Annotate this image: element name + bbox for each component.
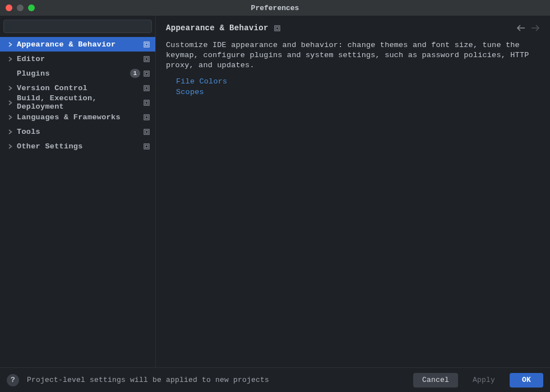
svg-rect-14 bbox=[144, 129, 149, 134]
sidebar: Appearance & Behavior Editor Plugins1 Ve… bbox=[0, 16, 156, 367]
content-title: Appearance & Behavior bbox=[166, 24, 269, 32]
window-controls bbox=[0, 4, 35, 11]
content-links: File ColorsScopes bbox=[166, 77, 540, 96]
window-maximize-button[interactable] bbox=[28, 4, 35, 11]
titlebar: Preferences bbox=[0, 0, 550, 16]
content-panel: Appearance & Behavior bbox=[156, 16, 550, 367]
window-minimize-button[interactable] bbox=[17, 4, 24, 11]
apply-button[interactable]: Apply bbox=[464, 373, 504, 388]
chevron-right-icon bbox=[7, 144, 13, 149]
svg-rect-19 bbox=[276, 27, 279, 30]
svg-rect-4 bbox=[144, 56, 149, 61]
tree-item-label: Tools bbox=[17, 128, 144, 136]
project-level-icon bbox=[144, 100, 150, 106]
svg-rect-12 bbox=[144, 114, 149, 119]
svg-rect-9 bbox=[145, 87, 148, 90]
tree-item-label: Build, Execution, Deployment bbox=[17, 94, 144, 111]
content-description: Customize IDE appearance and behavior: c… bbox=[166, 40, 540, 71]
cancel-button[interactable]: Cancel bbox=[413, 373, 458, 388]
chevron-right-icon bbox=[7, 42, 13, 47]
tree-item[interactable]: Build, Execution, Deployment bbox=[0, 95, 155, 110]
svg-rect-2 bbox=[144, 41, 149, 46]
tree-item-label: Plugins bbox=[17, 69, 130, 78]
chevron-right-icon bbox=[7, 115, 13, 120]
project-level-icon bbox=[144, 41, 150, 48]
svg-rect-13 bbox=[145, 116, 148, 119]
svg-rect-18 bbox=[275, 25, 280, 30]
window-close-button[interactable] bbox=[6, 4, 12, 11]
chevron-right-icon bbox=[7, 100, 13, 105]
svg-rect-16 bbox=[144, 143, 149, 148]
project-level-icon bbox=[144, 56, 150, 62]
settings-link[interactable]: Scopes bbox=[176, 88, 540, 96]
tree-item[interactable]: Other Settings bbox=[0, 139, 155, 153]
svg-rect-3 bbox=[145, 43, 148, 46]
project-level-icon bbox=[144, 114, 150, 120]
nav-back-button[interactable] bbox=[516, 25, 525, 31]
tree-item[interactable]: Appearance & Behavior bbox=[0, 37, 155, 52]
count-badge: 1 bbox=[130, 69, 140, 78]
tree-item[interactable]: Editor bbox=[0, 52, 155, 66]
svg-rect-15 bbox=[145, 130, 148, 133]
chevron-right-icon bbox=[7, 57, 13, 62]
project-level-icon bbox=[274, 25, 280, 31]
project-level-icon bbox=[144, 71, 150, 77]
svg-rect-10 bbox=[144, 100, 149, 105]
footer-message: Project-level settings will be applied t… bbox=[27, 376, 269, 384]
svg-rect-17 bbox=[145, 145, 148, 148]
tree-item-label: Editor bbox=[17, 55, 144, 63]
tree-item[interactable]: Version Control bbox=[0, 81, 155, 95]
footer: ? Project-level settings will be applied… bbox=[0, 367, 550, 392]
settings-link[interactable]: File Colors bbox=[176, 77, 540, 86]
chevron-right-icon bbox=[7, 86, 13, 91]
svg-rect-7 bbox=[145, 72, 148, 75]
svg-rect-11 bbox=[145, 101, 148, 104]
svg-rect-6 bbox=[144, 71, 149, 76]
tree-item-label: Version Control bbox=[17, 84, 144, 92]
project-level-icon bbox=[144, 129, 150, 135]
help-button[interactable]: ? bbox=[7, 374, 19, 386]
ok-button[interactable]: OK bbox=[510, 373, 543, 388]
window-title: Preferences bbox=[251, 4, 299, 12]
tree-item-label: Appearance & Behavior bbox=[17, 40, 144, 49]
nav-forward-button bbox=[531, 25, 540, 31]
svg-rect-8 bbox=[144, 85, 149, 90]
project-level-icon bbox=[144, 85, 150, 91]
settings-tree: Appearance & Behavior Editor Plugins1 Ve… bbox=[0, 37, 155, 367]
tree-item-label: Languages & Frameworks bbox=[17, 113, 144, 122]
tree-item[interactable]: Tools bbox=[0, 124, 155, 139]
tree-item[interactable]: Languages & Frameworks bbox=[0, 110, 155, 124]
tree-item[interactable]: Plugins1 bbox=[0, 66, 155, 81]
svg-rect-5 bbox=[145, 58, 148, 60]
tree-item-label: Other Settings bbox=[17, 142, 144, 151]
search-input[interactable] bbox=[3, 20, 152, 33]
chevron-right-icon bbox=[7, 129, 13, 134]
project-level-icon bbox=[144, 143, 150, 150]
